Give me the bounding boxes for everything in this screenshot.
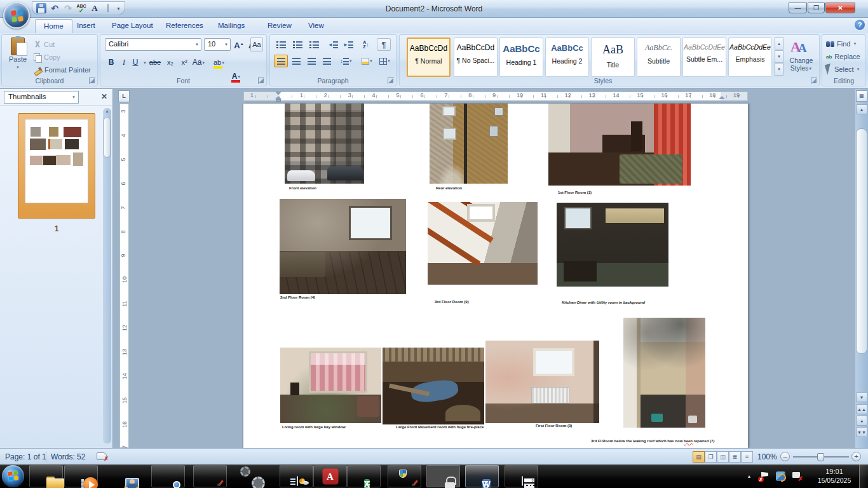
photo-basement-room[interactable] [383,348,484,424]
horizontal-ruler[interactable]: 1 12345678910111213141516171819 [130,90,868,102]
photo-third-floor-room-9[interactable] [428,202,538,285]
previous-page-icon[interactable]: ▲▲ [856,404,867,414]
tab-view[interactable]: View [300,19,332,33]
tab-stop-selector[interactable]: L [118,90,130,102]
style-subtitle[interactable]: AaBbCc.Subtitle [637,37,681,77]
scroll-down-icon[interactable]: ▼ [856,392,867,402]
zoom-level[interactable]: 100% [757,452,777,461]
network-status-icon[interactable] [792,472,803,481]
borders-button[interactable]: ▼ [377,55,393,67]
photo-living-room[interactable] [280,348,381,423]
multilevel-list-button[interactable] [307,38,321,51]
photo-rear-elevation[interactable] [430,104,508,184]
font-dialog-launcher[interactable] [258,78,264,84]
taskbar-remote-assistance-button[interactable] [107,465,140,487]
vertical-scroll-thumb[interactable] [856,128,867,354]
show-desktop-button[interactable] [859,464,868,488]
vertical-ruler[interactable]: 34567891011121314151617 [119,104,129,448]
proofing-errors-icon[interactable] [97,452,107,460]
styles-scroll-up-icon[interactable]: ▲ [775,37,783,50]
sort-button[interactable]: AZ↓ [359,38,373,51]
decrease-indent-button[interactable]: ◄ [326,38,340,51]
photo-room-below-roof[interactable] [623,318,705,428]
view-web-layout-button[interactable]: ◫ [717,451,729,463]
tab-page-layout[interactable]: Page Layout [104,19,161,33]
style-heading1[interactable]: AaBbCcHeading 1 [499,37,543,77]
styles-dialog-launcher[interactable] [811,78,817,84]
right-indent-marker[interactable] [719,96,725,99]
bullets-button[interactable] [274,38,288,51]
paragraph-dialog-launcher[interactable] [388,78,394,84]
tab-references[interactable]: References [158,19,212,33]
close-button[interactable]: ✕ [825,3,855,13]
taskbar-word-button[interactable]: W [465,465,499,487]
find-button[interactable]: Find▼ [826,38,857,50]
clear-formatting-button[interactable]: Aa [250,37,263,51]
numbering-button[interactable] [290,38,304,51]
close-panel-icon[interactable]: ✕ [101,92,107,101]
highlight-button[interactable]: ab▼ [212,56,226,70]
change-styles-button[interactable]: A A Change Styles▼ [787,37,816,82]
photo-second-floor-room-4[interactable] [280,199,406,294]
photo-first-floor-room-1[interactable] [548,104,691,186]
strikethrough-button[interactable]: abe [147,56,163,70]
page-thumbnail-selected[interactable]: 1 [18,113,95,219]
word-count[interactable]: Words: 52 [51,452,85,461]
select-browse-object-icon[interactable]: ● [856,416,867,426]
view-print-layout-button[interactable]: ▤ [693,451,705,463]
tab-insert[interactable]: Insert [69,19,104,33]
tab-review[interactable]: Review [259,19,300,33]
style-heading2[interactable]: AaBbCcHeading 2 [545,37,589,77]
style-normal[interactable]: AaBbCcDd¶ Normal [407,37,451,77]
paste-button[interactable]: Paste▼ [5,37,31,71]
taskbar-services-button[interactable] [234,465,268,487]
ruler-toggle-icon[interactable]: ▦ [856,90,867,102]
tab-mailings[interactable]: Mailings [210,19,253,33]
photo-first-floor-room-3[interactable] [485,341,599,423]
photo-kitchen-diner[interactable] [557,203,668,287]
style-subtle-emphasis[interactable]: AaBbCcDdEeSubtle Em... [682,37,726,77]
taskbar-system-tool-button[interactable] [280,465,313,487]
style-emphasis[interactable]: AaBbCcDdEeEmphasis [728,37,772,77]
view-draft-button[interactable]: ≡ [741,451,753,463]
shading-button[interactable]: ▼ [359,55,376,67]
windows-update-icon[interactable] [776,471,785,481]
bold-button[interactable]: B [105,56,118,70]
scroll-up-icon[interactable]: ▲ [856,104,867,114]
document-page[interactable]: Front elevation Rear elevation 1st Floor… [243,104,748,448]
taskbar-excel-button[interactable]: X [347,465,381,487]
thumbnails-scrollbar[interactable]: ▲ [103,108,111,444]
thumbnails-pane-selector[interactable]: Thumbnails [4,91,79,104]
align-right-button[interactable] [304,55,318,67]
increase-indent-button[interactable]: ► [341,38,355,51]
italic-button[interactable]: I [118,56,130,70]
zoom-out-icon[interactable]: – [780,452,790,461]
format-painter-button[interactable]: Format Painter [34,64,91,76]
replace-button[interactable]: abReplace [826,51,860,62]
taskbar-adobe-reader-button[interactable]: A [313,465,347,487]
style-no-spacing[interactable]: AaBbCcDd¶ No Spaci... [454,37,498,77]
taskbar-chrome-button[interactable] [151,465,185,487]
thumbnails-scroll-thumb[interactable] [104,117,111,158]
left-indent-marker[interactable] [276,99,281,102]
grow-font-button[interactable]: A▲ [233,37,245,51]
align-center-button[interactable] [289,55,303,67]
font-size-combo[interactable]: 10 [204,38,231,51]
taskbar-gauge-app-button[interactable] [193,465,227,487]
align-left-button[interactable] [274,55,288,67]
action-center-icon[interactable]: ✗ [760,472,769,481]
taskbar-lock-button[interactable] [426,465,460,487]
taskbar-admin-gauge-button[interactable] [388,465,421,487]
maximize-button[interactable]: ❐ [808,3,825,13]
clock[interactable]: 19:01 15/05/2025 [813,464,855,488]
line-spacing-button[interactable]: ↕▼ [337,55,355,67]
taskbar-explorer-button[interactable] [29,465,63,487]
start-button[interactable] [2,465,24,487]
superscript-button[interactable]: x² [178,56,191,70]
styles-more-icon[interactable]: ▼ [775,63,783,76]
thumbnails-scroll-up-icon[interactable]: ▲ [103,109,111,113]
clipboard-dialog-launcher[interactable] [89,78,95,84]
view-full-screen-reading-button[interactable]: ❐ [705,451,717,463]
show-hidden-icons-button[interactable]: ▲ [742,464,756,488]
minimize-button[interactable]: — [789,3,807,13]
